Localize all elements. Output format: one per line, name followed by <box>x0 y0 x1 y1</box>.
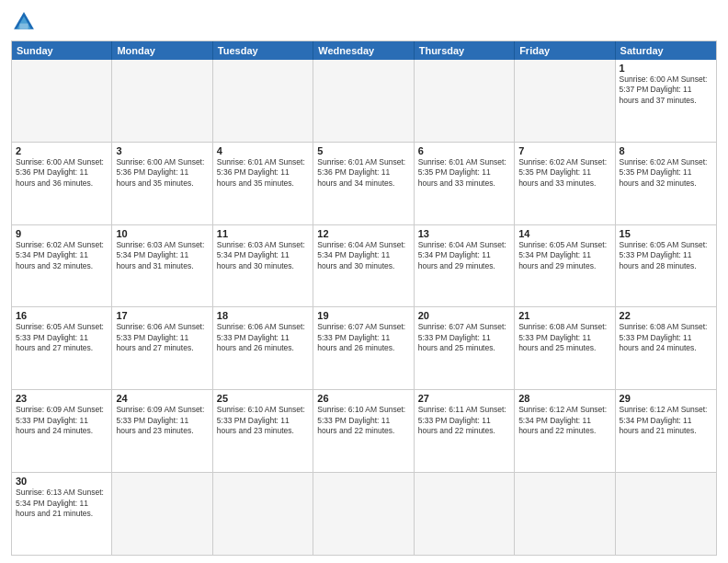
day-number: 22 <box>620 310 712 321</box>
day-info: Sunrise: 6:11 AM Sunset: 5:33 PM Dayligh… <box>418 405 510 436</box>
weekday-header: Saturday <box>616 41 716 60</box>
calendar-cell <box>313 60 414 142</box>
calendar-cell: 17Sunrise: 6:06 AM Sunset: 5:33 PM Dayli… <box>112 307 212 389</box>
calendar-cell <box>213 60 313 142</box>
calendar-week-row: 2Sunrise: 6:00 AM Sunset: 5:36 PM Daylig… <box>12 142 716 224</box>
day-number: 30 <box>16 476 108 487</box>
calendar-week-row: 16Sunrise: 6:05 AM Sunset: 5:33 PM Dayli… <box>12 306 716 389</box>
day-info: Sunrise: 6:04 AM Sunset: 5:34 PM Dayligh… <box>317 240 409 271</box>
day-info: Sunrise: 6:01 AM Sunset: 5:36 PM Dayligh… <box>217 157 309 189</box>
weekday-header: Thursday <box>415 41 515 60</box>
day-info: Sunrise: 6:05 AM Sunset: 5:34 PM Dayligh… <box>518 240 610 271</box>
weekday-header: Tuesday <box>213 41 313 60</box>
day-number: 6 <box>418 145 510 156</box>
calendar-cell: 6Sunrise: 6:01 AM Sunset: 5:35 PM Daylig… <box>415 143 515 224</box>
day-info: Sunrise: 6:03 AM Sunset: 5:34 PM Dayligh… <box>116 240 208 271</box>
day-number: 17 <box>116 310 208 321</box>
calendar-cell: 4Sunrise: 6:01 AM Sunset: 5:36 PM Daylig… <box>213 143 313 224</box>
day-info: Sunrise: 6:07 AM Sunset: 5:33 PM Dayligh… <box>418 322 510 353</box>
header <box>11 9 717 35</box>
day-info: Sunrise: 6:07 AM Sunset: 5:33 PM Dayligh… <box>317 322 409 353</box>
calendar-cell: 8Sunrise: 6:02 AM Sunset: 5:35 PM Daylig… <box>616 143 716 224</box>
calendar-cell: 15Sunrise: 6:05 AM Sunset: 5:33 PM Dayli… <box>616 225 716 307</box>
day-info: Sunrise: 6:00 AM Sunset: 5:37 PM Dayligh… <box>620 75 712 106</box>
calendar-cell: 5Sunrise: 6:01 AM Sunset: 5:36 PM Daylig… <box>313 143 414 224</box>
calendar-cell: 16Sunrise: 6:05 AM Sunset: 5:33 PM Dayli… <box>12 307 112 389</box>
day-info: Sunrise: 6:10 AM Sunset: 5:33 PM Dayligh… <box>217 405 309 436</box>
calendar-cell: 13Sunrise: 6:04 AM Sunset: 5:34 PM Dayli… <box>415 225 515 307</box>
day-number: 27 <box>418 393 510 404</box>
calendar-cell: 10Sunrise: 6:03 AM Sunset: 5:34 PM Dayli… <box>112 225 212 307</box>
day-number: 1 <box>620 63 712 74</box>
day-info: Sunrise: 6:05 AM Sunset: 5:33 PM Dayligh… <box>16 322 108 353</box>
day-number: 23 <box>16 393 108 404</box>
day-number: 19 <box>317 310 409 321</box>
day-number: 14 <box>518 228 610 239</box>
day-info: Sunrise: 6:02 AM Sunset: 5:35 PM Dayligh… <box>518 157 610 189</box>
calendar-cell <box>616 473 716 555</box>
calendar-cell: 3Sunrise: 6:00 AM Sunset: 5:36 PM Daylig… <box>112 143 212 224</box>
day-number: 24 <box>116 393 208 404</box>
calendar-cell: 26Sunrise: 6:10 AM Sunset: 5:33 PM Dayli… <box>313 390 414 472</box>
calendar-cell: 24Sunrise: 6:09 AM Sunset: 5:33 PM Dayli… <box>112 390 212 472</box>
weekday-header: Monday <box>112 41 212 60</box>
calendar-cell <box>515 60 615 142</box>
day-info: Sunrise: 6:03 AM Sunset: 5:34 PM Dayligh… <box>217 240 309 271</box>
day-number: 13 <box>418 228 510 239</box>
day-number: 7 <box>518 145 610 156</box>
calendar-week-row: 30Sunrise: 6:13 AM Sunset: 5:34 PM Dayli… <box>12 472 716 555</box>
day-number: 16 <box>16 310 108 321</box>
day-info: Sunrise: 6:09 AM Sunset: 5:33 PM Dayligh… <box>116 405 208 436</box>
calendar-week-row: 23Sunrise: 6:09 AM Sunset: 5:33 PM Dayli… <box>12 389 716 472</box>
day-info: Sunrise: 6:10 AM Sunset: 5:33 PM Dayligh… <box>317 405 409 436</box>
day-number: 8 <box>620 145 712 156</box>
day-info: Sunrise: 6:04 AM Sunset: 5:34 PM Dayligh… <box>418 240 510 271</box>
calendar-cell: 12Sunrise: 6:04 AM Sunset: 5:34 PM Dayli… <box>313 225 414 307</box>
calendar-cell: 20Sunrise: 6:07 AM Sunset: 5:33 PM Dayli… <box>415 307 515 389</box>
day-info: Sunrise: 6:12 AM Sunset: 5:34 PM Dayligh… <box>518 405 610 436</box>
calendar-cell: 21Sunrise: 6:08 AM Sunset: 5:33 PM Dayli… <box>515 307 615 389</box>
day-number: 5 <box>317 145 409 156</box>
day-info: Sunrise: 6:09 AM Sunset: 5:33 PM Dayligh… <box>16 405 108 436</box>
day-info: Sunrise: 6:06 AM Sunset: 5:33 PM Dayligh… <box>217 322 309 353</box>
day-info: Sunrise: 6:02 AM Sunset: 5:35 PM Dayligh… <box>620 157 712 189</box>
calendar-cell: 9Sunrise: 6:02 AM Sunset: 5:34 PM Daylig… <box>12 225 112 307</box>
calendar-cell: 14Sunrise: 6:05 AM Sunset: 5:34 PM Dayli… <box>515 225 615 307</box>
day-number: 11 <box>217 228 309 239</box>
day-info: Sunrise: 6:12 AM Sunset: 5:34 PM Dayligh… <box>620 405 712 436</box>
calendar-cell <box>112 473 212 555</box>
day-number: 20 <box>418 310 510 321</box>
day-number: 12 <box>317 228 409 239</box>
day-info: Sunrise: 6:00 AM Sunset: 5:36 PM Dayligh… <box>16 157 108 189</box>
weekday-header: Friday <box>515 41 615 60</box>
day-info: Sunrise: 6:01 AM Sunset: 5:35 PM Dayligh… <box>418 157 510 189</box>
calendar-cell <box>415 473 515 555</box>
day-info: Sunrise: 6:02 AM Sunset: 5:34 PM Dayligh… <box>16 240 108 271</box>
day-number: 29 <box>620 393 712 404</box>
day-number: 28 <box>518 393 610 404</box>
svg-rect-2 <box>19 24 28 29</box>
weekday-header: Wednesday <box>313 41 414 60</box>
day-number: 21 <box>518 310 610 321</box>
calendar-cell <box>313 473 414 555</box>
day-number: 25 <box>217 393 309 404</box>
calendar-cell <box>415 60 515 142</box>
calendar-cell: 27Sunrise: 6:11 AM Sunset: 5:33 PM Dayli… <box>415 390 515 472</box>
calendar-cell: 29Sunrise: 6:12 AM Sunset: 5:34 PM Dayli… <box>616 390 716 472</box>
day-number: 18 <box>217 310 309 321</box>
calendar-cell: 25Sunrise: 6:10 AM Sunset: 5:33 PM Dayli… <box>213 390 313 472</box>
day-number: 4 <box>217 145 309 156</box>
day-number: 9 <box>16 228 108 239</box>
day-info: Sunrise: 6:05 AM Sunset: 5:33 PM Dayligh… <box>620 240 712 271</box>
calendar-cell: 11Sunrise: 6:03 AM Sunset: 5:34 PM Dayli… <box>213 225 313 307</box>
calendar: SundayMondayTuesdayWednesdayThursdayFrid… <box>11 40 717 556</box>
day-number: 26 <box>317 393 409 404</box>
day-info: Sunrise: 6:00 AM Sunset: 5:36 PM Dayligh… <box>116 157 208 189</box>
page: SundayMondayTuesdayWednesdayThursdayFrid… <box>0 0 728 563</box>
calendar-cell: 18Sunrise: 6:06 AM Sunset: 5:33 PM Dayli… <box>213 307 313 389</box>
day-info: Sunrise: 6:01 AM Sunset: 5:36 PM Dayligh… <box>317 157 409 189</box>
day-number: 10 <box>116 228 208 239</box>
calendar-cell <box>213 473 313 555</box>
logo-icon <box>11 9 37 35</box>
calendar-cell: 7Sunrise: 6:02 AM Sunset: 5:35 PM Daylig… <box>515 143 615 224</box>
